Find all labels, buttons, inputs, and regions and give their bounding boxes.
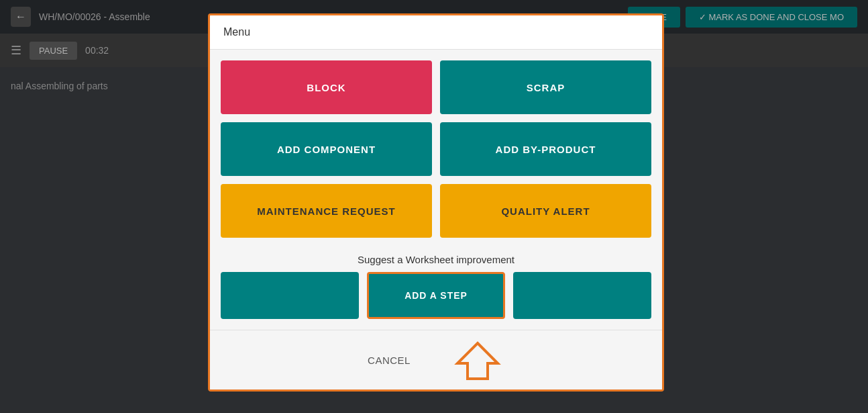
worksheet-btn-row: ADD A STEP [221,272,651,319]
worksheet-left-button[interactable] [221,272,359,319]
up-arrow-icon [451,340,504,380]
menu-modal: Menu BLOCK SCRAP ADD COMPONENT ADD BY-PR… [208,13,664,392]
add-byproduct-button[interactable]: ADD BY-PRODUCT [440,122,651,176]
modal-body: BLOCK SCRAP ADD COMPONENT ADD BY-PRODUCT… [210,50,662,330]
worksheet-label: Suggest a Worksheet improvement [221,254,651,265]
maintenance-request-button[interactable]: MAINTENANCE REQUEST [221,184,432,238]
block-button[interactable]: BLOCK [221,60,432,114]
cancel-button[interactable]: CANCEL [368,355,411,366]
worksheet-right-button[interactable] [513,272,651,319]
add-component-button[interactable]: ADD COMPONENT [221,122,432,176]
scrap-button[interactable]: SCRAP [440,60,651,114]
modal-title: Menu [223,26,250,38]
add-step-button[interactable]: ADD A STEP [367,272,505,319]
svg-marker-0 [457,343,498,379]
modal-header: Menu [210,15,662,50]
modal-footer: CANCEL [210,330,662,389]
button-grid: BLOCK SCRAP ADD COMPONENT ADD BY-PRODUCT… [221,60,651,238]
quality-alert-button[interactable]: QUALITY ALERT [440,184,651,238]
worksheet-section: Suggest a Worksheet improvement ADD A ST… [221,246,651,319]
